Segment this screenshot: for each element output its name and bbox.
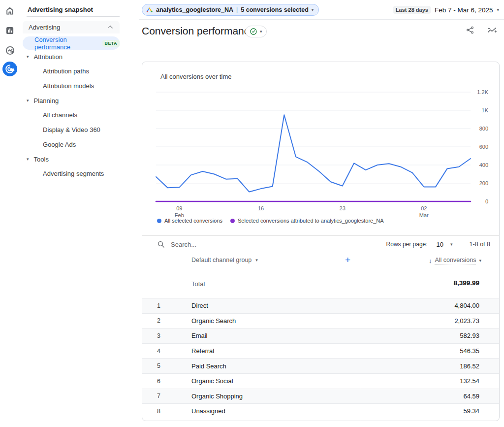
chevron-down-icon: ▾: [479, 258, 481, 263]
sidebar-section-advertising[interactable]: Advertising: [23, 21, 120, 33]
sidebar-item-label: Google Ads: [43, 141, 76, 148]
rows-per-page-label: Rows per page:: [386, 241, 428, 248]
title-row: Conversion performance ▾: [139, 20, 504, 42]
table-row: 4Referral546.35: [142, 343, 499, 359]
row-value: 546.35: [460, 344, 479, 359]
sidebar-item-label: Display & Video 360: [43, 126, 100, 133]
add-column-button[interactable]: +: [345, 255, 350, 265]
legend-label: All selected conversions: [164, 218, 222, 224]
svg-text:400: 400: [479, 162, 488, 168]
chart-title: All conversions over time: [160, 73, 232, 80]
legend-dot-icon: [230, 219, 235, 223]
dimension-header-label: Default channel group: [191, 257, 252, 263]
chevron-down-icon: ▾: [497, 7, 499, 12]
check-circle-icon: [250, 28, 257, 35]
row-value: 4,804.00: [454, 298, 479, 313]
home-icon[interactable]: [0, 1, 20, 21]
line-chart-svg: 02004006008001K1.2K09Feb162302Mar: [152, 87, 490, 221]
sidebar-item-attribution-paths[interactable]: Attribution paths: [20, 65, 139, 77]
row-rank: 2: [157, 314, 160, 328]
row-channel: Organic Social: [191, 374, 233, 389]
svg-text:09: 09: [176, 205, 182, 211]
table-body: 1Direct4,804.002Organic Search2,023.733E…: [142, 298, 499, 419]
row-channel: Paid Search: [191, 359, 226, 373]
sidebar-divider: [27, 16, 120, 17]
sidebar-item-display-video-360[interactable]: Display & Video 360: [20, 123, 139, 136]
total-value: 8,399.99: [453, 279, 479, 287]
title-actions: [466, 26, 497, 36]
conversions-selected-label: 5 conversions selected: [241, 6, 309, 13]
svg-text:16: 16: [258, 205, 264, 211]
legend-item: Selected conversions attributed to analy…: [230, 218, 384, 224]
chevron-down-icon[interactable]: ▾: [450, 242, 453, 247]
sidebar-item-label: Attribution paths: [43, 67, 89, 75]
table-row: 8Unassigned59.34: [142, 403, 499, 419]
sidebar-group-planning[interactable]: ▾ Planning: [20, 94, 139, 107]
page-title: Conversion performance: [142, 25, 255, 37]
property-conversions-selector[interactable]: analytics_googlestore_NA | 5 conversions…: [142, 4, 319, 16]
conversion-status-selector[interactable]: ▾: [245, 26, 267, 37]
row-value: 132.54: [460, 374, 479, 389]
legend-dot-icon: [157, 219, 161, 223]
row-channel: Referral: [191, 344, 214, 359]
sidebar-item-conversion-performance[interactable]: Conversion performance BETA: [23, 36, 120, 50]
chevron-down-icon: ▾: [312, 7, 314, 12]
svg-text:Mar: Mar: [419, 212, 429, 218]
row-channel: Organic Search: [191, 314, 236, 328]
metric-header[interactable]: ↓ All conversions ▾: [429, 257, 481, 264]
date-preset-badge: Last 28 days: [393, 6, 431, 14]
sidebar-item-advertising-segments[interactable]: Advertising segments: [20, 167, 139, 180]
metric-header-label: All conversions: [435, 257, 476, 264]
row-value: 186.52: [460, 359, 479, 373]
row-value: 582.93: [460, 328, 479, 343]
svg-text:02: 02: [421, 205, 427, 211]
sidebar-item-label: All channels: [43, 111, 77, 119]
beta-badge: BETA: [102, 40, 120, 47]
sidebar-item-google-ads[interactable]: Google Ads: [20, 138, 139, 151]
svg-text:0: 0: [485, 198, 488, 204]
svg-text:1K: 1K: [482, 107, 489, 113]
sidebar-group-tools[interactable]: ▾ Tools: [20, 153, 139, 165]
search-icon: [157, 240, 165, 248]
svg-text:200: 200: [479, 180, 488, 186]
search-box[interactable]: [157, 240, 386, 248]
total-label: Total: [191, 280, 205, 288]
analytics-logo-icon: [146, 6, 153, 13]
search-input[interactable]: [171, 241, 318, 248]
sidebar-item-attribution-models[interactable]: Attribution models: [20, 79, 139, 92]
table-row: 7Organic Shopping64.59: [142, 389, 499, 404]
chevron-down-icon: ▾: [255, 258, 258, 263]
row-range-label: 1-8 of 8: [470, 241, 490, 248]
share-icon[interactable]: [466, 26, 474, 36]
reports-icon[interactable]: [0, 21, 20, 40]
explore-icon[interactable]: [0, 40, 20, 60]
total-row: Total 8,399.99: [142, 269, 499, 298]
triangle-down-icon: ▾: [27, 157, 29, 162]
sidebar-item-all-channels[interactable]: All channels: [20, 108, 139, 121]
triangle-down-icon: ▾: [27, 54, 29, 59]
top-header: analytics_googlestore_NA | 5 conversions…: [139, 0, 504, 20]
chart-legend: All selected conversionsSelected convers…: [157, 218, 384, 224]
insights-icon[interactable]: [487, 26, 497, 36]
dimension-header[interactable]: Default channel group ▾: [191, 257, 258, 263]
sidebar-group-attribution[interactable]: ▾ Attribution: [20, 50, 139, 63]
conversions-line-chart: 02004006008001K1.2K09Feb162302Mar: [152, 87, 490, 221]
rows-per-page-value[interactable]: 10: [437, 241, 443, 248]
row-rank: 7: [157, 389, 160, 404]
legend-item: All selected conversions: [157, 218, 222, 224]
legend-label: Selected conversions attributed to analy…: [238, 218, 384, 224]
date-range-picker[interactable]: Last 28 days Feb 7 - Mar 6, 2025 ▾: [393, 4, 499, 16]
row-rank: 4: [157, 344, 160, 359]
sidebar-group-label: Tools: [34, 156, 49, 163]
advertising-icon[interactable]: [0, 59, 20, 79]
sidebar-item-label: Conversion performance: [34, 36, 98, 51]
sidebar-item-advertising-snapshot[interactable]: Advertising snapshot: [28, 4, 93, 15]
sidebar: Advertising snapshot Advertising Convers…: [20, 0, 139, 427]
table-row: 1Direct4,804.00: [142, 298, 499, 313]
sidebar-item-label: Advertising segments: [43, 170, 104, 177]
sidebar-group-label: Planning: [34, 97, 59, 104]
ga-advertising-page: Advertising snapshot Advertising Convers…: [0, 0, 504, 427]
row-rank: 5: [157, 359, 160, 373]
table-header: Default channel group ▾ + ↓ All conversi…: [142, 253, 499, 269]
row-value: 64.59: [463, 389, 479, 404]
